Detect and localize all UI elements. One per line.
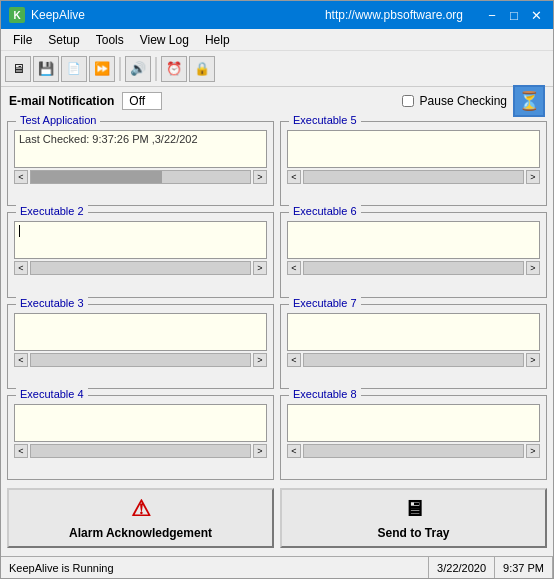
exec4-scroll-track[interactable] (30, 444, 251, 458)
alarm-acknowledgement-button[interactable]: ⚠ Alarm Acknowledgement (7, 488, 274, 548)
pause-checkbox[interactable] (402, 95, 414, 107)
window-url: http://www.pbsoftware.org (325, 8, 463, 22)
panel-exec6-textbox[interactable] (287, 221, 540, 259)
send-to-tray-button[interactable]: 🖥 Send to Tray (280, 488, 547, 548)
panel-exec2-textbox[interactable] (14, 221, 267, 259)
exec7-scroll-track[interactable] (303, 353, 524, 367)
panel-exec6-title: Executable 6 (289, 205, 361, 217)
panel-exec5-textbox[interactable] (287, 130, 540, 168)
alarm-warning-icon: ⚠ (131, 496, 151, 522)
status-time: 9:37 PM (495, 557, 553, 578)
exec8-scroll-right[interactable]: > (526, 444, 540, 458)
menu-bar: File Setup Tools View Log Help (1, 29, 553, 51)
exec6-scroll-left[interactable]: < (287, 261, 301, 275)
exec3-scroll-right[interactable]: > (253, 353, 267, 367)
panel-exec6: Executable 6 < > (280, 212, 547, 297)
toolbar-sep1 (119, 57, 121, 81)
panel-exec7-scrollbar: < > (287, 353, 540, 367)
toolbar-lock-btn[interactable]: 🔒 (189, 56, 215, 82)
exec4-scroll-right[interactable]: > (253, 444, 267, 458)
panel-exec4-title: Executable 4 (16, 388, 88, 400)
panel-exec3-scrollbar: < > (14, 353, 267, 367)
panel-exec8-textbox[interactable] (287, 404, 540, 442)
panel-exec3-textbox[interactable] (14, 313, 267, 351)
menu-viewlog[interactable]: View Log (132, 31, 197, 49)
title-bar: K KeepAlive http://www.pbsoftware.org − … (1, 1, 553, 29)
panel-exec5-scrollbar: < > (287, 170, 540, 184)
exec4-scroll-left[interactable]: < (14, 444, 28, 458)
panel-exec2-scrollbar: < > (14, 261, 267, 275)
exec5-scroll-track[interactable] (303, 170, 524, 184)
close-button[interactable]: ✕ (527, 6, 545, 24)
panel-test-app-textbox[interactable]: Last Checked: 9:37:26 PM ,3/22/202 (14, 130, 267, 168)
pause-label: Pause Checking (420, 94, 507, 108)
toolbar-monitor-btn[interactable]: 🖥 (5, 56, 31, 82)
panel-exec2-title: Executable 2 (16, 205, 88, 217)
tray-button-label: Send to Tray (377, 526, 449, 540)
exec8-scroll-left[interactable]: < (287, 444, 301, 458)
exec2-scroll-left[interactable]: < (14, 261, 28, 275)
restore-button[interactable]: □ (505, 6, 523, 24)
email-bar: E-mail Notification Off Pause Checking ⏳ (1, 87, 553, 115)
exec2-scroll-right[interactable]: > (253, 261, 267, 275)
minimize-button[interactable]: − (483, 6, 501, 24)
exec6-scroll-track[interactable] (303, 261, 524, 275)
panel-exec8-title: Executable 8 (289, 388, 361, 400)
tray-icon: 🖥 (403, 496, 425, 522)
main-content: Test Application Last Checked: 9:37:26 P… (1, 115, 553, 556)
scroll-left-btn[interactable]: < (14, 170, 28, 184)
panel-exec7-textbox[interactable] (287, 313, 540, 351)
toolbar-forward-btn[interactable]: ⏩ (89, 56, 115, 82)
app-icon: K (9, 7, 25, 23)
text-cursor (19, 225, 20, 237)
scroll-right-btn[interactable]: > (253, 170, 267, 184)
toolbar-sound-btn[interactable]: 🔊 (125, 56, 151, 82)
panel-exec8-scrollbar: < > (287, 444, 540, 458)
panels-grid: Test Application Last Checked: 9:37:26 P… (7, 121, 547, 480)
menu-help[interactable]: Help (197, 31, 238, 49)
menu-file[interactable]: File (5, 31, 40, 49)
status-message: KeepAlive is Running (1, 557, 429, 578)
window-title: KeepAlive (31, 8, 325, 22)
toolbar: 🖥 💾 📄 ⏩ 🔊 ⏰ 🔒 (1, 51, 553, 87)
alarm-button-label: Alarm Acknowledgement (69, 526, 212, 540)
panel-exec3-title: Executable 3 (16, 297, 88, 309)
toolbar-sep2 (155, 57, 157, 81)
toolbar-page-btn[interactable]: 📄 (61, 56, 87, 82)
exec8-scroll-track[interactable] (303, 444, 524, 458)
panel-exec8: Executable 8 < > (280, 395, 547, 480)
menu-tools[interactable]: Tools (88, 31, 132, 49)
panel-test-app-title: Test Application (16, 115, 100, 126)
panel-exec7: Executable 7 < > (280, 304, 547, 389)
exec5-scroll-left[interactable]: < (287, 170, 301, 184)
exec3-scroll-left[interactable]: < (14, 353, 28, 367)
window-controls: − □ ✕ (483, 6, 545, 24)
exec2-scroll-track[interactable] (30, 261, 251, 275)
panel-exec4-textbox[interactable] (14, 404, 267, 442)
hourglass-icon: ⏳ (513, 85, 545, 117)
scroll-track[interactable] (30, 170, 251, 184)
toolbar-save-btn[interactable]: 💾 (33, 56, 59, 82)
panel-test-app: Test Application Last Checked: 9:37:26 P… (7, 121, 274, 206)
menu-setup[interactable]: Setup (40, 31, 87, 49)
panel-exec7-title: Executable 7 (289, 297, 361, 309)
panel-exec2: Executable 2 < > (7, 212, 274, 297)
main-window: K KeepAlive http://www.pbsoftware.org − … (0, 0, 554, 579)
panel-exec5-title: Executable 5 (289, 115, 361, 126)
exec7-scroll-right[interactable]: > (526, 353, 540, 367)
exec3-scroll-track[interactable] (30, 353, 251, 367)
panel-exec4-scrollbar: < > (14, 444, 267, 458)
exec7-scroll-left[interactable]: < (287, 353, 301, 367)
panel-exec6-scrollbar: < > (287, 261, 540, 275)
status-bar: KeepAlive is Running 3/22/2020 9:37 PM (1, 556, 553, 578)
exec6-scroll-right[interactable]: > (526, 261, 540, 275)
exec5-scroll-right[interactable]: > (526, 170, 540, 184)
panel-exec4: Executable 4 < > (7, 395, 274, 480)
panel-test-app-scrollbar: < > (14, 170, 267, 184)
email-value: Off (122, 92, 162, 110)
status-date: 3/22/2020 (429, 557, 495, 578)
toolbar-timer-btn[interactable]: ⏰ (161, 56, 187, 82)
bottom-buttons: ⚠ Alarm Acknowledgement 🖥 Send to Tray (7, 484, 547, 550)
panel-test-app-content: Last Checked: 9:37:26 PM ,3/22/202 (19, 133, 262, 145)
email-label: E-mail Notification (9, 94, 114, 108)
